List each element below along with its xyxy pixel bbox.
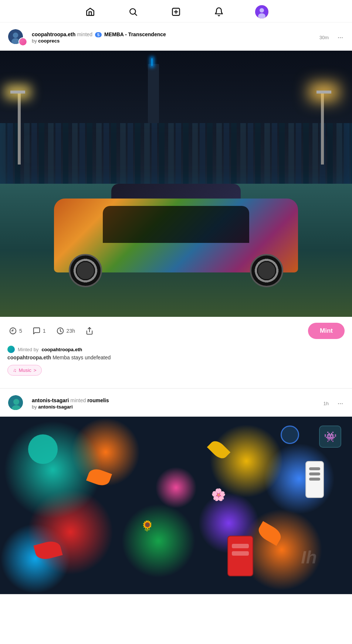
search-icon[interactable]	[126, 5, 140, 18]
post-1-meta-line1: coopahtroopa.eth minted 5 MEMBA - Transc…	[32, 31, 315, 38]
profile-avatar[interactable]	[255, 5, 268, 18]
music-note-icon: ♫	[13, 367, 17, 373]
post-1-creator[interactable]: cooprecs	[38, 38, 60, 44]
minted-by-avatar[interactable]	[7, 346, 15, 353]
react-icon	[9, 327, 17, 335]
svg-point-17	[13, 399, 19, 405]
post-1-actions: 5 1 23h M	[0, 317, 352, 345]
svg-point-9	[13, 33, 18, 38]
music-tag-chevron: >	[34, 367, 37, 373]
flower-decoration: 🌸	[211, 488, 226, 502]
post-1: coopahtroopa.eth minted 5 MEMBA - Transc…	[0, 23, 352, 389]
react-button[interactable]: 5	[7, 325, 24, 336]
flower-decoration-2: 🌻	[141, 520, 154, 532]
post-1-username[interactable]: coopahtroopa.eth	[32, 31, 75, 37]
home-icon[interactable]	[84, 5, 97, 18]
post-1-minted-label: minted	[77, 31, 92, 37]
react-count: 5	[19, 328, 22, 334]
post-1-caption-text: coopahtroopa.eth Memba stays undefeated	[7, 355, 345, 360]
share-button[interactable]	[84, 325, 95, 336]
post-2-username[interactable]: antonis-tsagari	[32, 397, 69, 403]
post-1-more-button[interactable]: ···	[336, 32, 345, 43]
post-1-secondary-avatar[interactable]	[18, 37, 27, 46]
expiry-time: 23h	[67, 328, 75, 334]
post-1-nft-title[interactable]: MEMBA - Transcendence	[104, 31, 166, 37]
svg-line-1	[135, 14, 137, 16]
post-2-more-button[interactable]: ···	[336, 398, 345, 409]
music-tag-label: Music	[19, 367, 31, 373]
post-2-timestamp: 1h	[324, 401, 329, 406]
post-2-avatar-group[interactable]	[7, 394, 27, 412]
timer-icon	[56, 327, 64, 335]
car-artwork	[47, 169, 305, 287]
post-2-creator[interactable]: antonis-tsagari	[38, 404, 72, 410]
post-2-main-avatar[interactable]	[7, 394, 24, 411]
svg-point-6	[260, 8, 264, 13]
timer-button[interactable]: 23h	[55, 325, 77, 336]
create-icon[interactable]	[169, 5, 183, 18]
share-icon	[85, 327, 94, 335]
post-1-meta-line2: by cooprecs	[32, 38, 315, 44]
post-2-image[interactable]: 🌸 🌻 Ih	[0, 417, 352, 594]
music-tag-button[interactable]: ♫ Music >	[7, 365, 42, 376]
post-2-nft-title[interactable]: roumelis	[87, 397, 109, 403]
feed: coopahtroopa.eth minted 5 MEMBA - Transc…	[0, 23, 352, 594]
post-1-avatar-group[interactable]	[7, 28, 27, 46]
post-1-header: coopahtroopa.eth minted 5 MEMBA - Transc…	[0, 23, 352, 51]
post-1-image[interactable]	[0, 51, 352, 317]
caption-body-text: Memba stays undefeated	[53, 355, 111, 360]
comment-count: 1	[43, 328, 46, 334]
comment-button[interactable]: 1	[31, 325, 47, 336]
post-1-meta: coopahtroopa.eth minted 5 MEMBA - Transc…	[32, 31, 315, 44]
comment-icon	[33, 327, 41, 335]
post-1-by-label: by	[32, 38, 37, 44]
post-2-header: antonis-tsagari minted roumelis by anton…	[0, 389, 352, 417]
top-navigation	[0, 0, 352, 23]
notifications-icon[interactable]	[212, 5, 226, 18]
post-1-timestamp: 30m	[319, 35, 329, 40]
post-2-meta-line2: by antonis-tsagari	[32, 404, 319, 410]
post-2-meta-line1: antonis-tsagari minted roumelis	[32, 397, 319, 404]
minted-by-label: Minted by	[18, 347, 38, 352]
mint-button[interactable]: Mint	[308, 323, 345, 339]
minted-by-line: Minted by coopahtroopa.eth	[7, 346, 345, 353]
post-1-badge: 5	[95, 32, 102, 37]
detected-text-ih: Ih	[301, 547, 317, 567]
minted-by-username[interactable]: coopahtroopa.eth	[41, 347, 82, 352]
post-2-by-label: by	[32, 404, 37, 410]
post-1-caption: Minted by coopahtroopa.eth coopahtroopa.…	[0, 345, 352, 379]
post-2-minted-label: minted	[70, 397, 86, 403]
post-2: antonis-tsagari minted roumelis by anton…	[0, 389, 352, 594]
caption-username[interactable]: coopahtroopa.eth	[7, 355, 51, 360]
post-2-meta: antonis-tsagari minted roumelis by anton…	[32, 397, 319, 410]
